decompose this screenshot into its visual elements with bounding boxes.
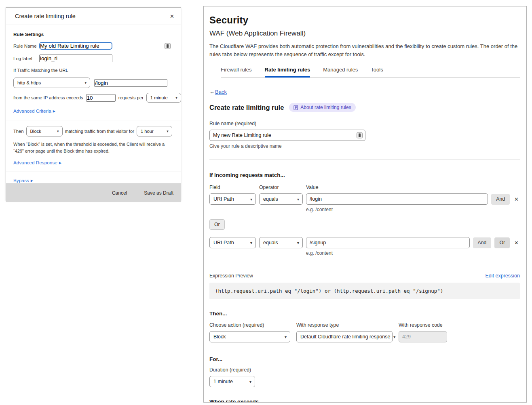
caret-right-icon: ▶ [31, 179, 33, 183]
operator-select[interactable]: equals ▾ [259, 193, 303, 205]
and-button[interactable]: And [473, 237, 492, 248]
log-label-input[interactable] [39, 55, 112, 62]
password-manager-glyph [167, 44, 169, 48]
advanced-criteria-link[interactable]: Advanced Criteria ▶ [13, 108, 55, 114]
ban-duration-value: 1 hour [141, 129, 154, 134]
advanced-response-label: Advanced Response [13, 160, 57, 166]
chevron-down-icon: ▾ [167, 129, 169, 133]
response-code-label: With response code [399, 322, 447, 328]
rate-heading: When rate exceeds... [209, 399, 520, 403]
caret-right-icon: ▶ [53, 109, 55, 113]
password-manager-icon[interactable] [357, 132, 363, 138]
rule-name-row: Rule Name [13, 42, 173, 50]
block-note-text: When “Block” is set, when the threshold … [13, 141, 173, 154]
then-heading: Then... [209, 311, 520, 317]
bypass-label: Bypass [13, 178, 29, 183]
period-select-value: 1 minute [150, 95, 168, 100]
condition-column-labels: Field Operator Value [209, 185, 520, 190]
form-title: Create rate limiting rule [209, 104, 284, 111]
field-select[interactable]: URI Path ▾ [209, 237, 256, 248]
close-icon[interactable]: ✕ [170, 13, 174, 19]
save-as-draft-button[interactable]: Save as Draft [144, 190, 173, 196]
chevron-down-icon: ▾ [285, 335, 287, 339]
tab-rate-limiting-rules[interactable]: Rate limiting rules [265, 67, 310, 78]
ban-duration-select[interactable]: 1 hour ▾ [137, 126, 172, 136]
choose-action-label: Choose action (required) [209, 322, 290, 328]
advanced-response-link[interactable]: Advanced Response ▶ [13, 160, 61, 166]
edit-expression-link[interactable]: Edit expression [486, 273, 520, 279]
exceeds-prefix-text: from the same IP address exceeds [13, 95, 83, 100]
value-input[interactable] [306, 193, 488, 205]
rule-name-input[interactable] [209, 130, 365, 141]
chevron-down-icon: ▾ [57, 129, 59, 133]
rule-name-helper: Give your rule a descriptive name [209, 143, 520, 149]
back-label: Back [215, 89, 227, 95]
chevron-down-icon: ▾ [84, 81, 87, 85]
arrow-left-icon: ← [209, 89, 215, 95]
choose-action-value: Block [213, 334, 226, 340]
rule-name-label: Rule name (required) [209, 121, 520, 126]
threshold-row: from the same IP address exceeds request… [13, 93, 173, 103]
back-link[interactable]: ← Back [209, 89, 227, 95]
choose-action-select[interactable]: Block ▾ [209, 331, 290, 342]
dialog-footer: Cancel Save as Draft [6, 183, 181, 202]
tab-managed-rules[interactable]: Managed rules [323, 67, 358, 78]
expression-code: (http.request.uri.path eq "/login") or (… [209, 283, 520, 299]
chevron-down-icon: ▾ [250, 241, 252, 245]
remove-condition-icon[interactable]: ✕ [513, 240, 520, 246]
dialog-body: Rule Settings Rule Name Log label If Tra… [6, 25, 181, 183]
tab-tools[interactable]: Tools [371, 67, 383, 78]
or-button[interactable]: Or [494, 237, 510, 248]
divider [209, 159, 520, 160]
about-rate-limiting-badge[interactable]: About rate limiting rules [289, 103, 355, 112]
tab-firewall-rules[interactable]: Firewall rules [221, 67, 252, 78]
field-select-value: URI Path [213, 196, 234, 202]
value-input[interactable] [306, 237, 470, 248]
response-type-select[interactable]: Default Cloudflare rate limiting respons… [296, 331, 393, 342]
field-select-value: URI Path [213, 240, 234, 246]
then-suffix-text: matching traffic from that visitor for [65, 129, 134, 134]
period-select[interactable]: 1 minute ▾ [146, 93, 181, 103]
match-heading: If incoming requests match... [209, 172, 520, 178]
password-manager-icon[interactable] [165, 43, 171, 49]
cancel-button[interactable]: Cancel [112, 190, 127, 196]
url-pattern-input[interactable] [94, 79, 167, 87]
about-badge-label: About rate limiting rules [300, 105, 351, 110]
action-select[interactable]: Block ▾ [26, 126, 63, 136]
duration-label: Duration (required) [209, 367, 520, 373]
page-subtitle: WAF (Web Application Firewall) [209, 29, 520, 38]
bypass-link[interactable]: Bypass ▶ [13, 178, 33, 183]
then-label: Then [13, 129, 24, 134]
operator-select-value: equals [263, 196, 278, 202]
value-column-label: Value [306, 185, 319, 190]
dialog-title: Create rate limiting rule [15, 13, 76, 19]
or-connector-button[interactable]: Or [209, 219, 225, 230]
log-label-label: Log label [13, 56, 39, 61]
chevron-down-icon: ▾ [297, 197, 299, 201]
operator-select[interactable]: equals ▾ [259, 237, 303, 248]
value-hint: e.g. /content [306, 207, 520, 212]
rule-settings-heading: Rule Settings [13, 31, 173, 37]
log-label-row: Log label [13, 55, 173, 62]
and-button[interactable]: And [491, 194, 510, 205]
rule-name-input[interactable] [39, 42, 112, 50]
value-hint: e.g. /content [306, 250, 520, 256]
duration-select[interactable]: 1 minute ▾ [209, 376, 255, 387]
page-title: Security [209, 15, 520, 26]
security-waf-panel: Security WAF (Web Application Firewall) … [203, 6, 527, 403]
requests-count-input[interactable] [86, 94, 116, 102]
for-heading: For... [209, 356, 520, 362]
password-manager-glyph [359, 134, 361, 137]
field-select[interactable]: URI Path ▾ [209, 193, 256, 205]
form-title-row: Create rate limiting rule About rate lim… [209, 103, 520, 112]
then-action-row: Then Block ▾ matching traffic from that … [13, 126, 173, 136]
rule-name-label: Rule Name [13, 44, 39, 48]
response-type-value: Default Cloudflare rate limiting respons… [300, 334, 390, 340]
chevron-down-icon: ▾ [175, 96, 177, 100]
divider [6, 120, 181, 120]
operator-column-label: Operator [259, 185, 306, 190]
scheme-select[interactable]: http & https ▾ [13, 78, 90, 88]
chevron-down-icon: ▾ [249, 380, 251, 384]
remove-condition-icon[interactable]: ✕ [513, 196, 520, 202]
chevron-down-icon: ▾ [297, 241, 299, 245]
